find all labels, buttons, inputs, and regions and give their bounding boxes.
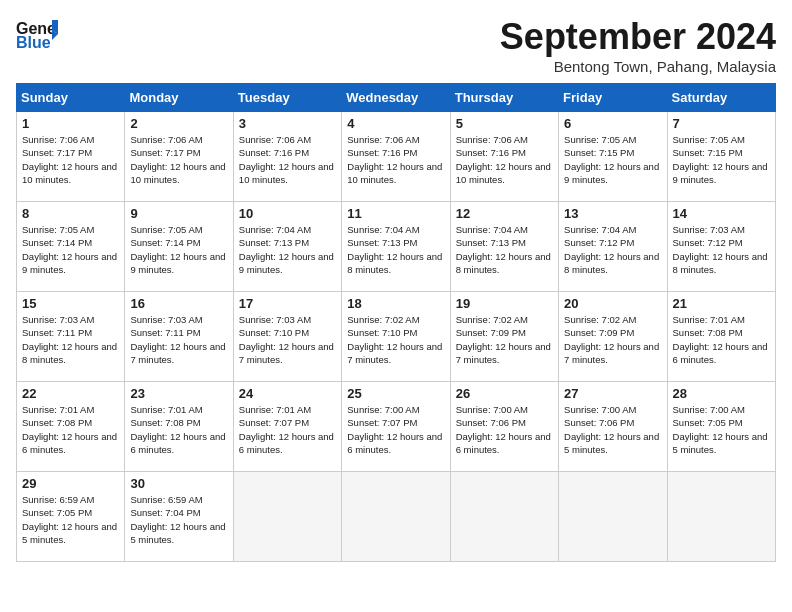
day-info-10: Sunrise: 7:04 AM Sunset: 7:13 PM Dayligh…	[239, 223, 336, 276]
day-info-17: Sunrise: 7:03 AM Sunset: 7:10 PM Dayligh…	[239, 313, 336, 366]
day-number-6: 6	[564, 116, 661, 131]
day-number-21: 21	[673, 296, 770, 311]
day-number-4: 4	[347, 116, 444, 131]
day-info-30: Sunrise: 6:59 AM Sunset: 7:04 PM Dayligh…	[130, 493, 227, 546]
calendar-header-row: Sunday Monday Tuesday Wednesday Thursday…	[17, 84, 776, 112]
day-info-13: Sunrise: 7:04 AM Sunset: 7:12 PM Dayligh…	[564, 223, 661, 276]
day-info-22: Sunrise: 7:01 AM Sunset: 7:08 PM Dayligh…	[22, 403, 119, 456]
day-number-11: 11	[347, 206, 444, 221]
day-cell-28: 28 Sunrise: 7:00 AM Sunset: 7:05 PM Dayl…	[667, 382, 775, 472]
day-cell-19: 19 Sunrise: 7:02 AM Sunset: 7:09 PM Dayl…	[450, 292, 558, 382]
day-cell-18: 18 Sunrise: 7:02 AM Sunset: 7:10 PM Dayl…	[342, 292, 450, 382]
day-info-18: Sunrise: 7:02 AM Sunset: 7:10 PM Dayligh…	[347, 313, 444, 366]
empty-cell	[450, 472, 558, 562]
logo: General Blue	[16, 16, 58, 52]
day-cell-20: 20 Sunrise: 7:02 AM Sunset: 7:09 PM Dayl…	[559, 292, 667, 382]
col-sunday: Sunday	[17, 84, 125, 112]
day-cell-3: 3 Sunrise: 7:06 AM Sunset: 7:16 PM Dayli…	[233, 112, 341, 202]
day-cell-26: 26 Sunrise: 7:00 AM Sunset: 7:06 PM Dayl…	[450, 382, 558, 472]
day-number-18: 18	[347, 296, 444, 311]
day-cell-10: 10 Sunrise: 7:04 AM Sunset: 7:13 PM Dayl…	[233, 202, 341, 292]
day-cell-22: 22 Sunrise: 7:01 AM Sunset: 7:08 PM Dayl…	[17, 382, 125, 472]
empty-cell	[667, 472, 775, 562]
day-number-8: 8	[22, 206, 119, 221]
day-number-30: 30	[130, 476, 227, 491]
day-number-3: 3	[239, 116, 336, 131]
logo-icon: General Blue	[16, 16, 58, 52]
day-info-6: Sunrise: 7:05 AM Sunset: 7:15 PM Dayligh…	[564, 133, 661, 186]
day-info-29: Sunrise: 6:59 AM Sunset: 7:05 PM Dayligh…	[22, 493, 119, 546]
calendar-week-4: 22 Sunrise: 7:01 AM Sunset: 7:08 PM Dayl…	[17, 382, 776, 472]
day-info-9: Sunrise: 7:05 AM Sunset: 7:14 PM Dayligh…	[130, 223, 227, 276]
day-number-17: 17	[239, 296, 336, 311]
day-cell-24: 24 Sunrise: 7:01 AM Sunset: 7:07 PM Dayl…	[233, 382, 341, 472]
day-cell-21: 21 Sunrise: 7:01 AM Sunset: 7:08 PM Dayl…	[667, 292, 775, 382]
day-number-2: 2	[130, 116, 227, 131]
day-cell-8: 8 Sunrise: 7:05 AM Sunset: 7:14 PM Dayli…	[17, 202, 125, 292]
month-title: September 2024	[500, 16, 776, 58]
day-number-23: 23	[130, 386, 227, 401]
day-cell-5: 5 Sunrise: 7:06 AM Sunset: 7:16 PM Dayli…	[450, 112, 558, 202]
day-info-11: Sunrise: 7:04 AM Sunset: 7:13 PM Dayligh…	[347, 223, 444, 276]
col-tuesday: Tuesday	[233, 84, 341, 112]
day-cell-25: 25 Sunrise: 7:00 AM Sunset: 7:07 PM Dayl…	[342, 382, 450, 472]
day-number-9: 9	[130, 206, 227, 221]
day-info-16: Sunrise: 7:03 AM Sunset: 7:11 PM Dayligh…	[130, 313, 227, 366]
svg-text:Blue: Blue	[16, 34, 51, 51]
day-cell-7: 7 Sunrise: 7:05 AM Sunset: 7:15 PM Dayli…	[667, 112, 775, 202]
empty-cell	[559, 472, 667, 562]
day-number-25: 25	[347, 386, 444, 401]
day-cell-29: 29 Sunrise: 6:59 AM Sunset: 7:05 PM Dayl…	[17, 472, 125, 562]
calendar-table: Sunday Monday Tuesday Wednesday Thursday…	[16, 83, 776, 562]
calendar-week-2: 8 Sunrise: 7:05 AM Sunset: 7:14 PM Dayli…	[17, 202, 776, 292]
col-friday: Friday	[559, 84, 667, 112]
day-cell-13: 13 Sunrise: 7:04 AM Sunset: 7:12 PM Dayl…	[559, 202, 667, 292]
day-info-7: Sunrise: 7:05 AM Sunset: 7:15 PM Dayligh…	[673, 133, 770, 186]
day-info-12: Sunrise: 7:04 AM Sunset: 7:13 PM Dayligh…	[456, 223, 553, 276]
day-info-21: Sunrise: 7:01 AM Sunset: 7:08 PM Dayligh…	[673, 313, 770, 366]
day-info-28: Sunrise: 7:00 AM Sunset: 7:05 PM Dayligh…	[673, 403, 770, 456]
day-number-15: 15	[22, 296, 119, 311]
day-number-26: 26	[456, 386, 553, 401]
page-header: General Blue September 2024 Bentong Town…	[16, 16, 776, 75]
empty-cell	[342, 472, 450, 562]
day-info-4: Sunrise: 7:06 AM Sunset: 7:16 PM Dayligh…	[347, 133, 444, 186]
day-number-22: 22	[22, 386, 119, 401]
day-cell-16: 16 Sunrise: 7:03 AM Sunset: 7:11 PM Dayl…	[125, 292, 233, 382]
day-info-24: Sunrise: 7:01 AM Sunset: 7:07 PM Dayligh…	[239, 403, 336, 456]
day-cell-17: 17 Sunrise: 7:03 AM Sunset: 7:10 PM Dayl…	[233, 292, 341, 382]
calendar-week-5: 29 Sunrise: 6:59 AM Sunset: 7:05 PM Dayl…	[17, 472, 776, 562]
day-number-16: 16	[130, 296, 227, 311]
calendar-week-1: 1 Sunrise: 7:06 AM Sunset: 7:17 PM Dayli…	[17, 112, 776, 202]
title-block: September 2024 Bentong Town, Pahang, Mal…	[500, 16, 776, 75]
day-number-10: 10	[239, 206, 336, 221]
day-number-20: 20	[564, 296, 661, 311]
day-number-13: 13	[564, 206, 661, 221]
day-cell-9: 9 Sunrise: 7:05 AM Sunset: 7:14 PM Dayli…	[125, 202, 233, 292]
day-number-19: 19	[456, 296, 553, 311]
day-number-28: 28	[673, 386, 770, 401]
day-cell-30: 30 Sunrise: 6:59 AM Sunset: 7:04 PM Dayl…	[125, 472, 233, 562]
day-info-25: Sunrise: 7:00 AM Sunset: 7:07 PM Dayligh…	[347, 403, 444, 456]
day-number-14: 14	[673, 206, 770, 221]
day-info-23: Sunrise: 7:01 AM Sunset: 7:08 PM Dayligh…	[130, 403, 227, 456]
day-cell-11: 11 Sunrise: 7:04 AM Sunset: 7:13 PM Dayl…	[342, 202, 450, 292]
day-number-7: 7	[673, 116, 770, 131]
day-cell-4: 4 Sunrise: 7:06 AM Sunset: 7:16 PM Dayli…	[342, 112, 450, 202]
day-info-20: Sunrise: 7:02 AM Sunset: 7:09 PM Dayligh…	[564, 313, 661, 366]
day-cell-1: 1 Sunrise: 7:06 AM Sunset: 7:17 PM Dayli…	[17, 112, 125, 202]
day-cell-6: 6 Sunrise: 7:05 AM Sunset: 7:15 PM Dayli…	[559, 112, 667, 202]
col-wednesday: Wednesday	[342, 84, 450, 112]
day-number-12: 12	[456, 206, 553, 221]
day-cell-14: 14 Sunrise: 7:03 AM Sunset: 7:12 PM Dayl…	[667, 202, 775, 292]
day-number-24: 24	[239, 386, 336, 401]
day-number-27: 27	[564, 386, 661, 401]
day-number-29: 29	[22, 476, 119, 491]
empty-cell	[233, 472, 341, 562]
calendar-week-3: 15 Sunrise: 7:03 AM Sunset: 7:11 PM Dayl…	[17, 292, 776, 382]
day-info-1: Sunrise: 7:06 AM Sunset: 7:17 PM Dayligh…	[22, 133, 119, 186]
day-info-14: Sunrise: 7:03 AM Sunset: 7:12 PM Dayligh…	[673, 223, 770, 276]
day-cell-23: 23 Sunrise: 7:01 AM Sunset: 7:08 PM Dayl…	[125, 382, 233, 472]
day-cell-2: 2 Sunrise: 7:06 AM Sunset: 7:17 PM Dayli…	[125, 112, 233, 202]
day-info-19: Sunrise: 7:02 AM Sunset: 7:09 PM Dayligh…	[456, 313, 553, 366]
